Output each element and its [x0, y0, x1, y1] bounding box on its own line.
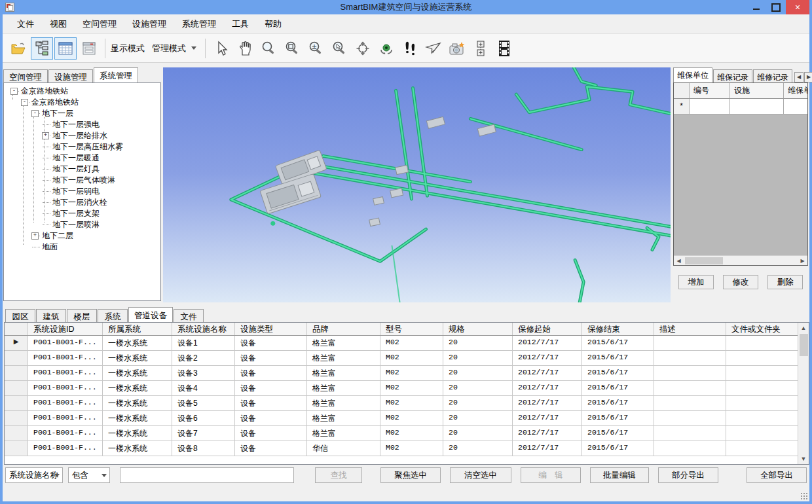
cell-description[interactable] — [654, 351, 726, 365]
cell-warranty-end[interactable]: 2015/6/17 — [582, 366, 654, 380]
minimize-button[interactable] — [747, 0, 766, 14]
cell-file-or-folder[interactable] — [726, 441, 798, 456]
form-view-button[interactable] — [78, 37, 100, 60]
header-facility-type[interactable]: 设施类型 — [235, 323, 307, 335]
cell-facility-type[interactable]: 设备 — [235, 351, 307, 365]
search-field-select[interactable]: 系统设施名称 — [5, 467, 63, 483]
cell-system[interactable]: 一楼水系统 — [103, 396, 172, 410]
cell-warranty-end[interactable]: 2015/6/17 — [582, 336, 654, 350]
header-warranty-start[interactable]: 保修起始 — [513, 323, 582, 335]
manage-mode-combobox[interactable]: 管理模式 — [147, 40, 201, 57]
cell-facility-type[interactable]: 设备 — [235, 336, 307, 350]
table-vertical-scrollbar[interactable]: ▲ ▼ — [798, 323, 809, 464]
scroll-down-icon[interactable]: ▼ — [798, 454, 809, 464]
menu-item[interactable]: 空间管理 — [76, 16, 123, 33]
select-cursor-button[interactable] — [210, 37, 232, 60]
scrollbar-thumb[interactable] — [685, 257, 723, 264]
cell-file-or-folder[interactable] — [726, 336, 798, 350]
tab-file[interactable]: 文件 — [174, 309, 204, 322]
table-row[interactable]: P001-B001-F... 一楼水系统 设备5 设备 格兰富 M02 20 2… — [5, 396, 798, 411]
tree-expander[interactable]: + — [31, 232, 39, 240]
tree-node[interactable]: 地下一层消火栓 — [5, 197, 159, 208]
menu-item[interactable]: 帮助 — [258, 16, 288, 33]
look-around-button[interactable] — [375, 37, 397, 60]
cell-spec[interactable]: 20 — [443, 366, 513, 380]
tree-expander[interactable]: - — [31, 110, 39, 117]
cell-model[interactable]: M02 — [380, 426, 443, 441]
cell-brand[interactable]: 格兰富 — [307, 426, 380, 441]
header-spec[interactable]: 规格 — [443, 323, 513, 335]
menu-item[interactable]: 设施管理 — [126, 16, 173, 33]
menu-item[interactable]: 文件 — [10, 16, 41, 33]
cell-facility-name[interactable]: 设备1 — [172, 336, 235, 350]
tab-system-management[interactable]: 系统管理 — [94, 67, 138, 82]
snapshot-button[interactable] — [446, 37, 468, 60]
cell-brand[interactable]: 格兰富 — [307, 396, 380, 410]
tree-node[interactable]: 地面 — [5, 242, 159, 253]
grid-horizontal-scrollbar[interactable]: ◀ ▶ — [674, 255, 807, 265]
maximize-button[interactable] — [766, 0, 786, 14]
cell-model[interactable]: M02 — [380, 396, 443, 410]
cell-system[interactable]: 一楼水系统 — [103, 411, 172, 425]
row-selector-cell[interactable] — [5, 351, 28, 365]
cell-facility-type[interactable]: 设备 — [235, 381, 307, 395]
walk-button[interactable] — [399, 37, 421, 60]
cell-description[interactable] — [654, 396, 726, 410]
header-model[interactable]: 型号 — [380, 323, 443, 335]
cell-facility-id[interactable]: P001-B001-F... — [28, 396, 103, 410]
search-input[interactable] — [120, 467, 294, 483]
cell-spec[interactable]: 20 — [443, 426, 513, 441]
cell-warranty-start[interactable]: 2012/7/17 — [513, 396, 582, 410]
row-selector-cell[interactable] — [5, 396, 28, 410]
cell-description[interactable] — [654, 426, 726, 441]
cell-facility-name[interactable]: 设备4 — [172, 381, 235, 395]
cell-description[interactable] — [654, 381, 726, 395]
cell-warranty-end[interactable]: 2015/6/17 — [582, 351, 654, 365]
cell-description[interactable] — [654, 366, 726, 380]
cell-model[interactable]: M02 — [380, 411, 443, 425]
grid-new-row[interactable]: * — [674, 99, 807, 115]
grid-header-unit[interactable]: 维保单 — [784, 83, 807, 98]
tree-node[interactable]: 地下一层支架 — [5, 208, 159, 219]
grid-header-number[interactable]: 编号 — [690, 83, 730, 98]
cell-model[interactable]: M02 — [380, 381, 443, 395]
cell-facility-type[interactable]: 设备 — [235, 441, 307, 456]
tree-node[interactable]: 地下一层喷淋 — [5, 219, 159, 230]
cell-spec[interactable]: 20 — [443, 351, 513, 365]
cell-warranty-start[interactable]: 2012/7/17 — [513, 351, 582, 365]
cell-facility-id[interactable]: P001-B001-F... — [28, 441, 103, 456]
cell-facility-id[interactable]: P001-B001-F... — [28, 366, 103, 380]
cell-facility-name[interactable]: 设备6 — [172, 411, 235, 425]
row-selector-cell[interactable] — [5, 426, 28, 441]
cell-brand[interactable]: 华信 — [307, 441, 380, 456]
table-row[interactable]: P001-B001-F... 一楼水系统 设备7 设备 格兰富 M02 20 2… — [5, 426, 798, 441]
cell-facility-name[interactable]: 设备8 — [172, 441, 235, 456]
cell-spec[interactable]: 20 — [443, 441, 513, 456]
close-button[interactable]: × — [786, 0, 809, 14]
edit-button[interactable]: 编 辑 — [521, 467, 581, 483]
cell-warranty-end[interactable]: 2015/6/17 — [582, 381, 654, 395]
tree-node[interactable]: + 地下一层给排水 — [5, 130, 159, 141]
cell-model[interactable]: M02 — [380, 366, 443, 380]
cell-file-or-folder[interactable] — [726, 381, 798, 395]
tree-expander[interactable]: + — [42, 132, 49, 139]
cell-spec[interactable]: 20 — [443, 396, 513, 410]
cell-facility-type[interactable]: 设备 — [235, 411, 307, 425]
cell-facility-name[interactable]: 设备5 — [172, 396, 235, 410]
modify-button[interactable]: 修改 — [723, 275, 758, 289]
cell-file-or-folder[interactable] — [726, 426, 798, 441]
export-all-button[interactable]: 全部导出 — [747, 467, 807, 483]
header-brand[interactable]: 品牌 — [307, 323, 380, 335]
table-row[interactable]: P001-B001-F... 一楼水系统 设备4 设备 格兰富 M02 20 2… — [5, 381, 798, 396]
cell-system[interactable]: 一楼水系统 — [103, 441, 172, 456]
tree-node[interactable]: 地下一层高压细水雾 — [5, 141, 159, 153]
menu-item[interactable]: 视图 — [43, 16, 73, 33]
tree-node[interactable]: 地下一层气体喷淋 — [5, 175, 159, 186]
keyframe-button[interactable] — [470, 37, 492, 60]
header-facility-id[interactable]: 系统设施ID — [28, 323, 103, 335]
cell-facility-name[interactable]: 设备7 — [172, 426, 235, 441]
cell-system[interactable]: 一楼水系统 — [103, 381, 172, 395]
fly-button[interactable] — [422, 37, 445, 60]
animation-film-button[interactable] — [493, 37, 515, 60]
cell-description[interactable] — [654, 441, 726, 456]
